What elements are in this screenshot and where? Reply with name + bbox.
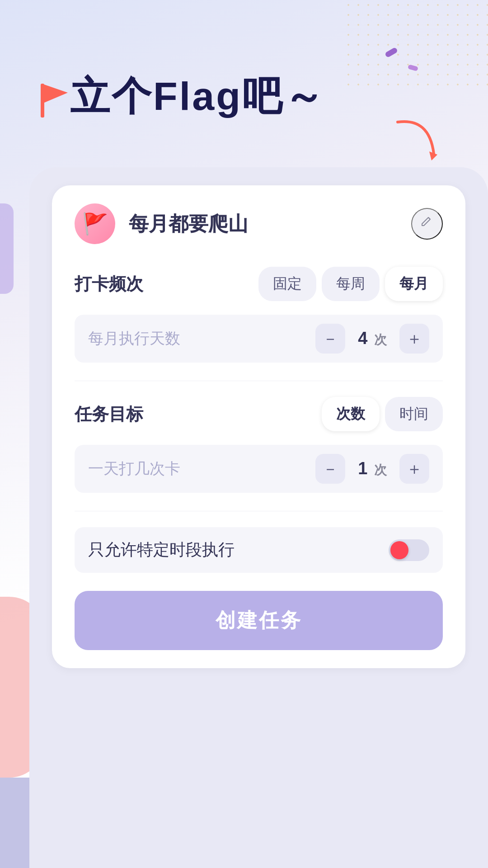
deco-arrow xyxy=(389,113,443,169)
toggle-knob xyxy=(390,541,408,559)
bg-blob-purple-left xyxy=(0,203,14,294)
edit-task-button[interactable] xyxy=(411,208,443,240)
daily-checkins-value: 1 次 xyxy=(354,459,390,479)
daily-checkins-label: 一天打几次卡 xyxy=(88,458,315,479)
time-restriction-toggle[interactable] xyxy=(389,539,429,561)
daily-checkins-decrement-btn[interactable]: － xyxy=(315,454,345,484)
monthly-days-increment-btn[interactable]: ＋ xyxy=(399,324,429,354)
divider-1 xyxy=(75,381,443,381)
goal-count-btn[interactable]: 次数 xyxy=(322,397,380,431)
daily-checkins-row: 一天打几次卡 － 1 次 ＋ xyxy=(75,445,443,493)
monthly-days-decrement-btn[interactable]: － xyxy=(315,324,345,354)
daily-checkins-unit: 次 xyxy=(374,463,387,477)
goal-toggle-group: 次数 时间 xyxy=(322,397,443,431)
card-inner: 🚩 每月都要爬山 打卡频次 固定 每周 每月 每 xyxy=(52,185,465,668)
freq-monthly-btn[interactable]: 每月 xyxy=(385,267,443,301)
task-icon: 🚩 xyxy=(75,203,115,244)
daily-checkins-stepper: － 1 次 ＋ xyxy=(315,454,429,484)
freq-fixed-btn[interactable]: 固定 xyxy=(258,267,316,301)
svg-marker-1 xyxy=(44,85,68,103)
goal-time-btn[interactable]: 时间 xyxy=(385,397,443,431)
monthly-days-value: 4 次 xyxy=(354,329,390,349)
task-header: 🚩 每月都要爬山 xyxy=(75,203,443,244)
task-name: 每月都要爬山 xyxy=(129,211,411,237)
monthly-days-row: 每月执行天数 － 4 次 ＋ xyxy=(75,315,443,363)
frequency-toggle-group: 固定 每周 每月 xyxy=(258,267,443,301)
freq-weekly-btn[interactable]: 每周 xyxy=(322,267,380,301)
card-outer: 🚩 每月都要爬山 打卡频次 固定 每周 每月 每 xyxy=(29,167,488,868)
header-area: 立个Flag吧～ xyxy=(70,75,452,118)
monthly-days-label: 每月执行天数 xyxy=(88,328,315,349)
checkin-frequency-label: 打卡频次 xyxy=(75,273,165,296)
page-title: 立个Flag吧～ xyxy=(70,75,452,118)
daily-checkins-increment-btn[interactable]: ＋ xyxy=(399,454,429,484)
deco-flag-icon xyxy=(36,79,72,128)
time-restriction-label: 只允许特定时段执行 xyxy=(88,539,389,561)
time-restriction-row: 只允许特定时段执行 xyxy=(75,527,443,573)
task-goal-label: 任务目标 xyxy=(75,403,165,426)
monthly-days-stepper: － 4 次 ＋ xyxy=(315,324,429,354)
checkin-frequency-row: 打卡频次 固定 每周 每月 xyxy=(75,267,443,301)
divider-2 xyxy=(75,511,443,511)
create-task-button[interactable]: 创建任务 xyxy=(75,591,443,650)
task-goal-row: 任务目标 次数 时间 xyxy=(75,397,443,431)
edit-icon xyxy=(420,216,434,232)
monthly-days-unit: 次 xyxy=(374,333,387,347)
svg-rect-0 xyxy=(41,84,44,118)
